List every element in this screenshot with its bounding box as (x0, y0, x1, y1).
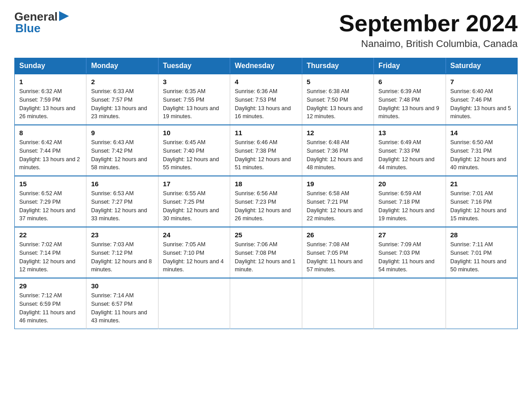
calendar-header-saturday: Saturday (446, 58, 517, 74)
day-info: Sunrise: 7:06 AM Sunset: 7:08 PM Dayligh… (235, 240, 297, 274)
day-info: Sunrise: 6:46 AM Sunset: 7:38 PM Dayligh… (235, 138, 297, 172)
day-number: 3 (163, 78, 225, 86)
calendar-header-friday: Friday (374, 58, 446, 74)
day-info: Sunrise: 6:58 AM Sunset: 7:21 PM Dayligh… (307, 189, 369, 223)
day-info: Sunrise: 6:32 AM Sunset: 7:59 PM Dayligh… (19, 87, 82, 121)
day-info: Sunrise: 7:11 AM Sunset: 7:01 PM Dayligh… (450, 240, 513, 274)
day-info: Sunrise: 7:08 AM Sunset: 7:05 PM Dayligh… (307, 240, 369, 274)
calendar-cell: 26Sunrise: 7:08 AM Sunset: 7:05 PM Dayli… (302, 227, 373, 278)
day-number: 22 (19, 231, 82, 239)
day-info: Sunrise: 7:14 AM Sunset: 6:57 PM Dayligh… (91, 291, 153, 325)
day-number: 12 (307, 129, 369, 137)
calendar-cell: 1Sunrise: 6:32 AM Sunset: 7:59 PM Daylig… (15, 74, 86, 125)
day-info: Sunrise: 7:12 AM Sunset: 6:59 PM Dayligh… (19, 291, 82, 325)
calendar-header-monday: Monday (86, 58, 158, 74)
day-info: Sunrise: 7:05 AM Sunset: 7:10 PM Dayligh… (163, 240, 225, 274)
calendar-cell: 16Sunrise: 6:53 AM Sunset: 7:27 PM Dayli… (86, 176, 158, 227)
day-number: 19 (307, 180, 369, 188)
calendar-cell: 27Sunrise: 7:09 AM Sunset: 7:03 PM Dayli… (374, 227, 446, 278)
day-number: 8 (19, 129, 82, 137)
day-info: Sunrise: 6:40 AM Sunset: 7:46 PM Dayligh… (450, 87, 513, 121)
calendar-table: SundayMondayTuesdayWednesdayThursdayFrid… (14, 58, 518, 329)
day-number: 10 (163, 129, 225, 137)
calendar-cell: 28Sunrise: 7:11 AM Sunset: 7:01 PM Dayli… (446, 227, 517, 278)
logo-blue-text: Blue (15, 22, 69, 34)
calendar-header-wednesday: Wednesday (230, 58, 302, 74)
calendar-week-row: 29Sunrise: 7:12 AM Sunset: 6:59 PM Dayli… (15, 278, 518, 329)
calendar-cell: 9Sunrise: 6:43 AM Sunset: 7:42 PM Daylig… (86, 125, 158, 176)
day-number: 30 (91, 282, 153, 290)
calendar-cell: 13Sunrise: 6:49 AM Sunset: 7:33 PM Dayli… (374, 125, 446, 176)
day-number: 21 (450, 180, 513, 188)
calendar-header-thursday: Thursday (302, 58, 373, 74)
calendar-cell: 24Sunrise: 7:05 AM Sunset: 7:10 PM Dayli… (158, 227, 230, 278)
day-number: 26 (307, 231, 369, 239)
calendar-cell: 5Sunrise: 6:38 AM Sunset: 7:50 PM Daylig… (302, 74, 373, 125)
calendar-cell: 21Sunrise: 7:01 AM Sunset: 7:16 PM Dayli… (446, 176, 517, 227)
calendar-week-row: 1Sunrise: 6:32 AM Sunset: 7:59 PM Daylig… (15, 74, 518, 125)
day-number: 23 (91, 231, 153, 239)
calendar-week-row: 8Sunrise: 6:42 AM Sunset: 7:44 PM Daylig… (15, 125, 518, 176)
page-header: General Blue September 2024 Nanaimo, Bri… (14, 11, 518, 50)
day-info: Sunrise: 6:45 AM Sunset: 7:40 PM Dayligh… (163, 138, 225, 172)
day-number: 6 (378, 78, 441, 86)
day-number: 17 (163, 180, 225, 188)
day-info: Sunrise: 6:48 AM Sunset: 7:36 PM Dayligh… (307, 138, 369, 172)
calendar-cell: 25Sunrise: 7:06 AM Sunset: 7:08 PM Dayli… (230, 227, 302, 278)
calendar-cell: 17Sunrise: 6:55 AM Sunset: 7:25 PM Dayli… (158, 176, 230, 227)
calendar-cell: 8Sunrise: 6:42 AM Sunset: 7:44 PM Daylig… (15, 125, 86, 176)
day-info: Sunrise: 6:43 AM Sunset: 7:42 PM Dayligh… (91, 138, 153, 172)
day-number: 11 (235, 129, 297, 137)
day-info: Sunrise: 6:33 AM Sunset: 7:57 PM Dayligh… (91, 87, 153, 121)
calendar-cell: 3Sunrise: 6:35 AM Sunset: 7:55 PM Daylig… (158, 74, 230, 125)
day-info: Sunrise: 6:39 AM Sunset: 7:48 PM Dayligh… (378, 87, 441, 121)
day-number: 5 (307, 78, 369, 86)
day-number: 24 (163, 231, 225, 239)
calendar-cell: 2Sunrise: 6:33 AM Sunset: 7:57 PM Daylig… (86, 74, 158, 125)
day-number: 14 (450, 129, 513, 137)
day-number: 1 (19, 78, 82, 86)
day-number: 7 (450, 78, 513, 86)
title-block: September 2024 Nanaimo, British Columbia… (339, 11, 518, 50)
day-info: Sunrise: 6:53 AM Sunset: 7:27 PM Dayligh… (91, 189, 153, 223)
day-info: Sunrise: 7:03 AM Sunset: 7:12 PM Dayligh… (91, 240, 153, 274)
day-number: 25 (235, 231, 297, 239)
logo-arrow-icon (59, 11, 69, 21)
day-info: Sunrise: 6:52 AM Sunset: 7:29 PM Dayligh… (19, 189, 82, 223)
day-number: 28 (450, 231, 513, 239)
calendar-cell (230, 278, 302, 329)
calendar-cell: 12Sunrise: 6:48 AM Sunset: 7:36 PM Dayli… (302, 125, 373, 176)
day-info: Sunrise: 6:35 AM Sunset: 7:55 PM Dayligh… (163, 87, 225, 121)
calendar-cell: 30Sunrise: 7:14 AM Sunset: 6:57 PM Dayli… (86, 278, 158, 329)
calendar-cell: 14Sunrise: 6:50 AM Sunset: 7:31 PM Dayli… (446, 125, 517, 176)
calendar-cell: 29Sunrise: 7:12 AM Sunset: 6:59 PM Dayli… (15, 278, 86, 329)
page-title: September 2024 (339, 11, 518, 36)
calendar-cell: 10Sunrise: 6:45 AM Sunset: 7:40 PM Dayli… (158, 125, 230, 176)
calendar-cell (302, 278, 373, 329)
calendar-cell: 4Sunrise: 6:36 AM Sunset: 7:53 PM Daylig… (230, 74, 302, 125)
calendar-header-tuesday: Tuesday (158, 58, 230, 74)
calendar-cell: 20Sunrise: 6:59 AM Sunset: 7:18 PM Dayli… (374, 176, 446, 227)
calendar-cell: 15Sunrise: 6:52 AM Sunset: 7:29 PM Dayli… (15, 176, 86, 227)
calendar-cell: 18Sunrise: 6:56 AM Sunset: 7:23 PM Dayli… (230, 176, 302, 227)
day-number: 9 (91, 129, 153, 137)
day-number: 4 (235, 78, 297, 86)
day-number: 15 (19, 180, 82, 188)
day-number: 18 (235, 180, 297, 188)
day-info: Sunrise: 6:36 AM Sunset: 7:53 PM Dayligh… (235, 87, 297, 121)
day-info: Sunrise: 6:49 AM Sunset: 7:33 PM Dayligh… (378, 138, 441, 172)
calendar-cell (374, 278, 446, 329)
calendar-cell (446, 278, 517, 329)
day-number: 29 (19, 282, 82, 290)
day-info: Sunrise: 7:01 AM Sunset: 7:16 PM Dayligh… (450, 189, 513, 223)
day-info: Sunrise: 7:09 AM Sunset: 7:03 PM Dayligh… (378, 240, 441, 274)
day-info: Sunrise: 6:56 AM Sunset: 7:23 PM Dayligh… (235, 189, 297, 223)
day-number: 13 (378, 129, 441, 137)
day-info: Sunrise: 6:42 AM Sunset: 7:44 PM Dayligh… (19, 138, 82, 172)
calendar-header-sunday: Sunday (15, 58, 86, 74)
day-number: 16 (91, 180, 153, 188)
logo-general-text: General (14, 11, 58, 22)
day-number: 27 (378, 231, 441, 239)
logo: General Blue (14, 11, 69, 34)
calendar-cell: 7Sunrise: 6:40 AM Sunset: 7:46 PM Daylig… (446, 74, 517, 125)
